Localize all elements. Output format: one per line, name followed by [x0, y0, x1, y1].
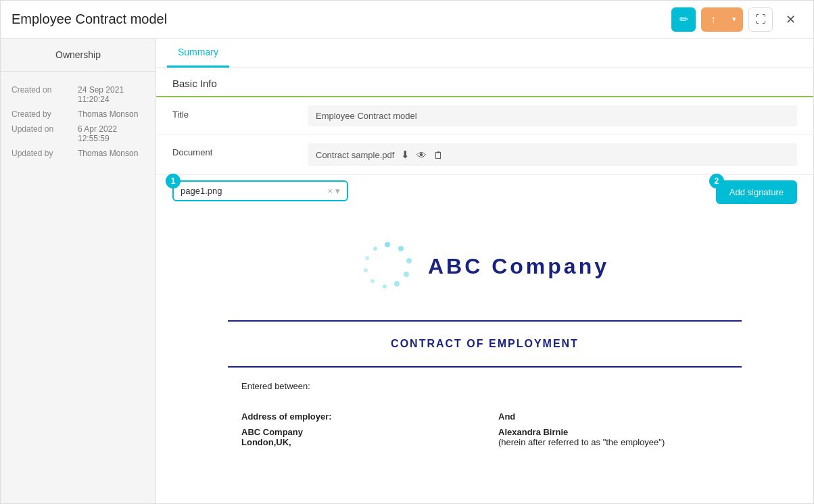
svg-point-0: [385, 242, 390, 247]
page-selector-wrapper: 1 page1.png × ▾: [172, 180, 348, 201]
created-on-label: Created on: [11, 85, 72, 104]
document-value-box: Contract sample.pdf ⬇ 👁 🗒: [308, 143, 797, 166]
doc-columns: Address of employer: ABC Company London,…: [241, 411, 728, 447]
page-selector-dropdown[interactable]: page1.png × ▾: [172, 180, 348, 201]
updated-by-value: Thomas Monson: [78, 149, 138, 158]
share-button-group: ↑ ▾: [701, 7, 743, 32]
doc-divider-bottom: [228, 366, 742, 368]
clear-icon[interactable]: ×: [327, 186, 333, 196]
close-button[interactable]: ✕: [778, 7, 803, 32]
caret-icon[interactable]: ▾: [335, 186, 340, 196]
sidebar-created-on: Created on 24 Sep 2021 11:20:24: [1, 82, 155, 107]
svg-point-3: [404, 272, 409, 277]
expand-button[interactable]: ⛶: [748, 7, 773, 32]
tab-summary[interactable]: Summary: [167, 39, 229, 68]
created-by-label: Created by: [11, 109, 72, 119]
created-on-value: 24 Sep 2021 11:20:24: [78, 85, 145, 104]
sidebar-updated-on: Updated on 6 Apr 2022 12:55:59: [1, 122, 155, 146]
info-icon[interactable]: 🗒: [433, 149, 444, 161]
add-signature-badge: 2: [709, 174, 724, 188]
employee-note: (herein after referred to as "the employ…: [498, 437, 728, 447]
svg-point-1: [398, 246, 404, 251]
tabbar: Summary: [156, 39, 813, 68]
document-preview-inner: ABC Company CONTRACT OF EMPLOYMENT Enter…: [228, 226, 742, 454]
address-city: London,UK,: [241, 437, 471, 447]
doc-entered-between: Entered between:: [241, 381, 728, 391]
content-area: Basic Info Title Employee Contract model…: [156, 68, 813, 503]
page-selector-badge: 1: [166, 174, 181, 188]
page-selector-icons: × ▾: [327, 186, 340, 196]
page-selector-row: 1 page1.png × ▾ 2 Add signature: [156, 175, 813, 212]
document-filename: Contract sample.pdf: [316, 150, 394, 160]
svg-point-2: [406, 258, 412, 263]
add-signature-wrapper: 2 Add signature: [716, 180, 797, 204]
document-field-row: Document Contract sample.pdf ⬇ 👁 🗒: [156, 135, 813, 175]
company-logo-area: ABC Company: [228, 226, 742, 313]
svg-point-7: [364, 268, 368, 272]
titlebar-actions: ✏ ↑ ▾ ⛶ ✕: [671, 7, 803, 32]
preview-icon[interactable]: 👁: [416, 149, 427, 161]
updated-on-label: Updated on: [11, 124, 72, 143]
sidebar-created-by: Created by Thomas Monson: [1, 107, 155, 122]
address-company: ABC Company: [241, 427, 471, 437]
doc-col-employer: Address of employer: ABC Company London,…: [241, 411, 471, 447]
title-field-row: Title Employee Contract model: [156, 97, 813, 135]
share-caret-button[interactable]: ▾: [725, 7, 743, 32]
and-label: And: [498, 411, 728, 422]
sidebar: Ownership Created on 24 Sep 2021 11:20:2…: [1, 39, 156, 503]
doc-divider-top: [228, 320, 742, 322]
right-panel: Summary Basic Info Title Employee Contra…: [156, 39, 813, 503]
svg-point-4: [394, 281, 400, 286]
page-selector-value: page1.png: [181, 186, 327, 196]
sidebar-heading: Ownership: [1, 49, 155, 72]
svg-point-9: [373, 247, 377, 251]
document-preview: ABC Company CONTRACT OF EMPLOYMENT Enter…: [156, 212, 813, 468]
updated-by-label: Updated by: [11, 149, 72, 158]
window-title: Employee Contract model: [11, 11, 167, 27]
doc-body: Entered between: Address of employer: AB…: [228, 374, 742, 454]
add-signature-button[interactable]: Add signature: [716, 180, 797, 204]
employee-name: Alexandra Birnie: [498, 427, 728, 437]
doc-title: CONTRACT OF EMPLOYMENT: [228, 328, 742, 359]
svg-point-5: [383, 284, 387, 288]
svg-point-6: [370, 279, 375, 283]
updated-on-value: 6 Apr 2022 12:55:59: [78, 124, 145, 143]
title-label: Title: [172, 105, 308, 120]
basic-info-header: Basic Info: [156, 68, 813, 97]
title-value: Employee Contract model: [308, 105, 797, 126]
company-logo-dots: [360, 239, 414, 293]
edit-button[interactable]: ✏: [671, 7, 696, 32]
share-button[interactable]: ↑: [701, 7, 725, 32]
sidebar-updated-by: Updated by Thomas Monson: [1, 146, 155, 161]
download-icon[interactable]: ⬇: [401, 149, 410, 161]
document-label: Document: [172, 143, 308, 157]
company-name: ABC Company: [428, 254, 609, 279]
svg-point-8: [365, 256, 369, 260]
doc-col-employee: And Alexandra Birnie (herein after refer…: [498, 411, 728, 447]
created-by-value: Thomas Monson: [78, 109, 138, 119]
address-label: Address of employer:: [241, 411, 471, 422]
